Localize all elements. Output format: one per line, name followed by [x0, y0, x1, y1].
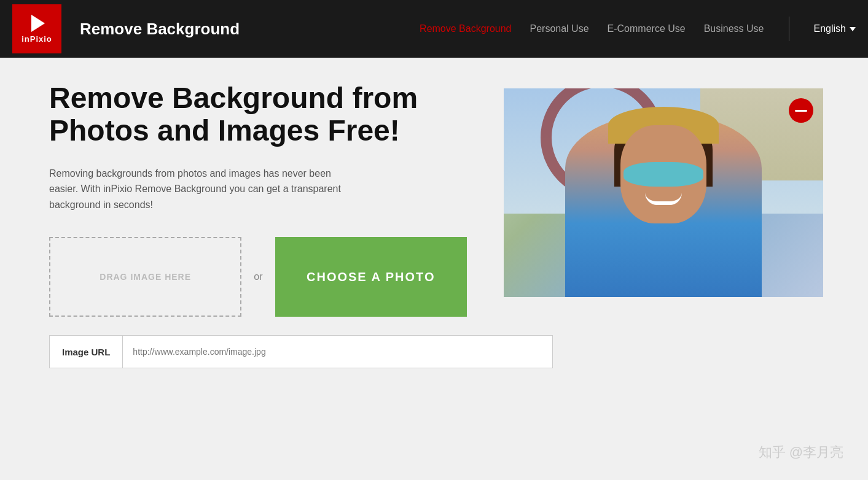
hero-description: Removing backgrounds from photos and ima… — [49, 166, 356, 213]
url-section: Image URL — [49, 335, 553, 368]
photo-background — [504, 88, 823, 297]
header: inPixio Remove Background Remove Backgro… — [0, 0, 868, 58]
nav-business-use[interactable]: Business Use — [704, 23, 764, 34]
logo-text: inPixio — [22, 34, 52, 44]
drag-drop-label: DRAG IMAGE HERE — [100, 272, 191, 282]
logo-box: inPixio — [12, 4, 61, 53]
chevron-down-icon — [850, 27, 856, 31]
nav-personal-use[interactable]: Personal Use — [530, 23, 589, 34]
nav: Remove Background Personal Use E-Commerc… — [420, 17, 856, 41]
photo-glasses — [624, 162, 703, 187]
logo[interactable]: inPixio — [12, 4, 61, 53]
choose-photo-button[interactable]: CHOOSE A PHOTO — [275, 237, 467, 317]
url-label: Image URL — [50, 336, 123, 368]
photo-smile — [645, 193, 682, 205]
header-title: Remove Background — [80, 20, 240, 39]
hero-title: Remove Background from Photos and Images… — [49, 82, 467, 147]
photo-preview — [504, 88, 823, 297]
nav-ecommerce-use[interactable]: E-Commerce Use — [608, 23, 686, 34]
language-selector[interactable]: English — [814, 23, 856, 34]
right-section — [504, 82, 823, 455]
photo-face — [620, 125, 706, 223]
or-text: or — [254, 271, 262, 282]
minus-icon — [795, 110, 807, 112]
logo-play-icon — [31, 15, 45, 32]
drag-drop-zone[interactable]: DRAG IMAGE HERE — [49, 237, 241, 317]
nav-remove-background[interactable]: Remove Background — [420, 23, 511, 34]
main-content: Remove Background from Photos and Images… — [0, 58, 868, 480]
url-input[interactable] — [123, 336, 552, 368]
upload-section: DRAG IMAGE HERE or CHOOSE A PHOTO — [49, 237, 467, 317]
photo-person — [565, 113, 762, 297]
left-section: Remove Background from Photos and Images… — [49, 82, 467, 455]
nav-divider — [789, 17, 789, 41]
language-label: English — [814, 23, 846, 34]
remove-button[interactable] — [789, 98, 813, 123]
